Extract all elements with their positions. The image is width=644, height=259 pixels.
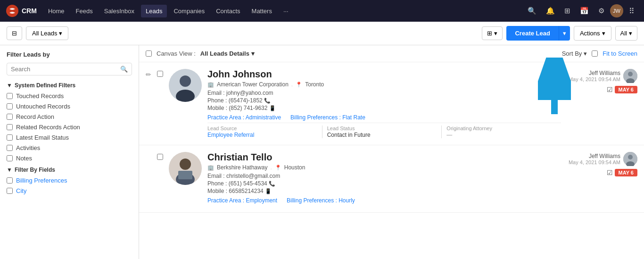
lead-phone-row: Phone : (65474)-1852 📞 xyxy=(207,97,561,104)
latest-email-label: Latest Email Status xyxy=(16,134,69,141)
view-toggle-button[interactable]: ⊞ ▾ xyxy=(482,26,503,40)
activities-checkbox[interactable] xyxy=(7,145,13,151)
lead-card: ✏ John Johnson 🏢 American Tower Corporat… xyxy=(139,62,644,145)
nav-salesinbox[interactable]: SalesInbox xyxy=(99,5,139,17)
svg-point-10 xyxy=(180,159,191,170)
app-name: CRM xyxy=(22,7,37,15)
lead-email-value[interactable]: johny@yahoo.com xyxy=(226,90,273,96)
assignee-row: Jeff Williams May 4, 2021 09:54 AM xyxy=(569,152,637,166)
lead-source-col: Lead Source Employee Referral xyxy=(207,125,322,138)
record-action-checkbox[interactable] xyxy=(7,114,13,120)
lead-company-row: 🏢 Berkshire Hathaway . 📍 Houston xyxy=(207,164,561,171)
filter-activities[interactable]: Activities xyxy=(7,144,132,151)
select-all-checkbox[interactable] xyxy=(146,50,152,57)
status-value: Contact in Future xyxy=(327,132,437,138)
sort-by-chevron-icon: ▾ xyxy=(584,50,587,57)
actions-button[interactable]: Actions ▾ xyxy=(574,26,611,41)
system-filters-title: ▼ System Defined Filters xyxy=(7,82,132,89)
billing-pref-label2: Billing Preferences : xyxy=(287,197,337,204)
filter-touched-records[interactable]: Touched Records xyxy=(7,92,132,100)
latest-email-checkbox[interactable] xyxy=(7,134,13,141)
lead-select-checkbox[interactable] xyxy=(157,71,163,77)
billing-pref-checkbox[interactable] xyxy=(7,177,13,184)
create-lead-dropdown-button[interactable]: ▾ xyxy=(559,26,570,41)
record-action-label: Record Action xyxy=(16,113,54,120)
related-records-checkbox[interactable] xyxy=(7,124,13,130)
app-logo[interactable]: CRM xyxy=(6,4,37,17)
create-lead-button[interactable]: Create Lead xyxy=(506,26,558,41)
billing-value: Hourly xyxy=(339,197,355,204)
calendar-icon[interactable]: 📅 xyxy=(576,4,593,18)
may-tag: MAY 6 xyxy=(615,86,637,93)
nav-companies[interactable]: Companies xyxy=(169,5,209,17)
settings-icon[interactable]: ⚙ xyxy=(594,4,608,18)
lead-fields-row: Practice Area : Employment Billing Prefe… xyxy=(207,197,561,204)
fit-to-screen-button[interactable]: Fit to Screen xyxy=(603,50,637,57)
untouched-records-label: Untouched Records xyxy=(16,103,70,110)
all-leads-button[interactable]: All Leads ▾ xyxy=(26,26,68,40)
canvas-view-label: Canvas View : xyxy=(157,50,196,57)
nav-contacts[interactable]: Contacts xyxy=(211,5,245,17)
apps-grid-icon[interactable]: ⠿ xyxy=(625,4,638,18)
search-icon[interactable]: 🔍 xyxy=(524,4,540,18)
field-filters-arrow-icon: ▼ xyxy=(7,167,12,173)
lead-select-checkbox[interactable] xyxy=(157,154,163,160)
all-button[interactable]: All ▾ xyxy=(615,26,637,41)
lead-email-value[interactable]: christello@gmail.com xyxy=(226,173,280,179)
user-avatar[interactable]: JW xyxy=(610,4,623,17)
nav-home[interactable]: Home xyxy=(43,5,69,17)
lead-phone-value: (651) 545-4534 xyxy=(229,180,267,187)
sort-by-button[interactable]: Sort By ▾ xyxy=(562,50,587,57)
lead-mobile-row: Mobile : 66585214234 📱 xyxy=(207,188,561,194)
billing-field: Billing Preferences : Flat Rate xyxy=(290,114,365,121)
add-icon[interactable]: ⊞ xyxy=(561,4,574,18)
filter-billing-preferences[interactable]: Billing Preferences xyxy=(7,177,132,184)
lead-name[interactable]: Christian Tello xyxy=(207,152,561,163)
mobile-label: Mobile : xyxy=(207,188,229,194)
billing-pref-label2: Billing Preferences : xyxy=(290,114,341,121)
touched-records-label: Touched Records xyxy=(16,92,64,100)
lead-attorney-col: Originating Attorney — xyxy=(442,125,561,138)
nav-leads[interactable]: Leads xyxy=(141,5,167,17)
edit-icon[interactable]: ✏ xyxy=(146,71,151,78)
notes-checkbox[interactable] xyxy=(7,155,13,161)
sort-by-label: Sort By xyxy=(562,50,582,57)
all-label: All xyxy=(620,30,627,37)
filter-city[interactable]: City xyxy=(7,187,132,194)
canvas-view-selector[interactable]: All Leads Details ▾ xyxy=(200,50,255,57)
bell-icon[interactable]: 🔔 xyxy=(542,4,559,18)
search-input[interactable] xyxy=(11,66,120,73)
lead-city: Houston xyxy=(284,164,305,171)
filter-button[interactable]: ⊟ xyxy=(7,26,22,40)
nav-matters[interactable]: Matters xyxy=(247,5,277,17)
nav-more[interactable]: ··· xyxy=(279,5,293,17)
search-icon: 🔍 xyxy=(120,66,128,73)
filter-related-records[interactable]: Related Records Action xyxy=(7,124,132,131)
assignee-info: Jeff Williams May 4, 2021 09:54 AM xyxy=(569,153,620,165)
lead-mobile-value: 66585214234 xyxy=(229,188,263,194)
fit-screen-checkbox[interactable] xyxy=(592,50,598,57)
lead-name[interactable]: John Johnson xyxy=(207,69,561,80)
top-navigation: CRM Home Feeds SalesInbox Leads Companie… xyxy=(0,0,644,22)
system-filters-arrow-icon: ▼ xyxy=(7,82,12,89)
mobile-icon: 📱 xyxy=(265,188,272,194)
svg-rect-12 xyxy=(178,171,192,179)
assignee-name: Jeff Williams xyxy=(569,153,620,159)
company-icon: 🏢 xyxy=(207,82,214,88)
task-badge: ☑ MAY 6 xyxy=(607,169,637,176)
canvas-header: Canvas View : All Leads Details ▾ Sort B… xyxy=(139,45,644,62)
city-checkbox[interactable] xyxy=(7,188,13,194)
filter-notes[interactable]: Notes xyxy=(7,155,132,162)
lead-avatar xyxy=(169,152,202,185)
nav-feeds[interactable]: Feeds xyxy=(71,5,98,17)
filter-latest-email[interactable]: Latest Email Status xyxy=(7,134,132,141)
lead-card: ✏ Christian Tello 🏢 Berkshire Hathaway .… xyxy=(139,145,644,213)
assignee-name: Jeff Williams xyxy=(569,70,620,76)
task-badge: ☑ MAY 6 xyxy=(607,86,637,93)
touched-records-checkbox[interactable] xyxy=(7,93,13,99)
filter-untouched-records[interactable]: Untouched Records xyxy=(7,103,132,110)
filter-record-action[interactable]: Record Action xyxy=(7,113,132,120)
attorney-value: — xyxy=(446,132,556,138)
untouched-records-checkbox[interactable] xyxy=(7,103,13,109)
practice-area-value: Employment xyxy=(246,197,277,204)
